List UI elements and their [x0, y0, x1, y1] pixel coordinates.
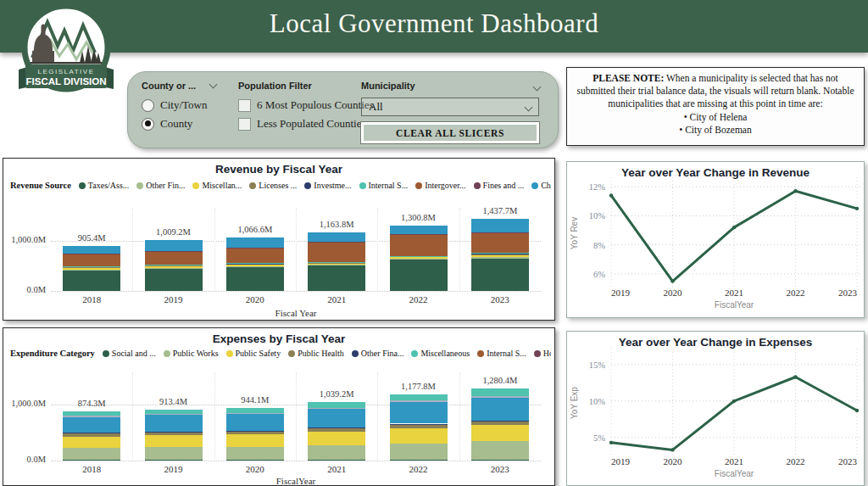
bar-segment[interactable]: [145, 460, 203, 461]
bar-segment[interactable]: [63, 270, 120, 291]
bar-segment[interactable]: [471, 232, 529, 253]
radio-icon[interactable]: [142, 118, 154, 131]
bar-segment[interactable]: [471, 460, 529, 461]
bar-segment[interactable]: [390, 394, 448, 400]
bar-segment[interactable]: [226, 447, 284, 460]
chevron-down-icon[interactable]: [533, 83, 542, 92]
bar-segment[interactable]: [308, 265, 365, 291]
bar-segment[interactable]: [390, 256, 448, 257]
bar-segment[interactable]: [145, 415, 203, 431]
checkbox-icon[interactable]: [238, 99, 251, 112]
bar-segment[interactable]: [63, 267, 120, 269]
bar-segment[interactable]: [226, 460, 284, 461]
bar-segment[interactable]: [145, 410, 203, 414]
county-or-slicer-header[interactable]: County or ...: [142, 81, 216, 91]
bar-segment[interactable]: [471, 421, 529, 422]
bar-segment[interactable]: [471, 254, 529, 257]
clear-all-slicers-button[interactable]: CLEAR ALL SLICERS: [361, 122, 539, 143]
bar-segment[interactable]: [308, 409, 365, 427]
bar-segment[interactable]: [226, 408, 284, 413]
bar-segment[interactable]: [145, 414, 203, 415]
radio-city-town[interactable]: City/Town: [142, 98, 207, 112]
bar-segment[interactable]: [308, 428, 365, 432]
bar-segment[interactable]: [145, 268, 203, 291]
bar-segment[interactable]: [145, 432, 203, 433]
data-point[interactable]: [732, 399, 736, 403]
bar-segment[interactable]: [63, 411, 120, 416]
bar-segment[interactable]: [308, 460, 365, 461]
chevron-down-icon[interactable]: [209, 81, 218, 89]
bar-segment[interactable]: [390, 259, 448, 260]
bar-segment[interactable]: [63, 246, 120, 254]
bar-segment[interactable]: [390, 444, 448, 460]
bar-segment[interactable]: [308, 262, 365, 263]
population-filter-header[interactable]: Population Filter: [238, 81, 312, 91]
bar-segment[interactable]: [226, 264, 284, 265]
bar-segment[interactable]: [145, 265, 203, 265]
bar-segment[interactable]: [145, 240, 203, 250]
bar-segment[interactable]: [471, 425, 529, 441]
data-point[interactable]: [855, 409, 859, 412]
bar-segment[interactable]: [226, 434, 284, 447]
bar-segment[interactable]: [226, 265, 284, 266]
bar-segment[interactable]: [226, 237, 284, 248]
bar-segment[interactable]: [226, 431, 284, 434]
bar-segment[interactable]: [390, 428, 448, 444]
bar-segment[interactable]: [471, 441, 529, 460]
bar-segment[interactable]: [390, 424, 448, 425]
radio-county[interactable]: County: [142, 117, 192, 131]
data-point[interactable]: [609, 193, 613, 197]
bar-segment[interactable]: [63, 266, 120, 267]
municipality-dropdown[interactable]: All: [361, 98, 539, 116]
bar-segment[interactable]: [471, 421, 529, 425]
bar-segment[interactable]: [471, 259, 529, 291]
bar-segment[interactable]: [63, 437, 120, 449]
bar-segment[interactable]: [390, 235, 448, 256]
bar-segment[interactable]: [390, 260, 448, 291]
bar-segment[interactable]: [145, 268, 203, 269]
bar-segment[interactable]: [226, 266, 284, 291]
data-point[interactable]: [793, 375, 797, 378]
radio-icon[interactable]: [142, 99, 154, 112]
bar-segment[interactable]: [471, 396, 529, 398]
bar-segment[interactable]: [145, 266, 203, 268]
bar-segment[interactable]: [390, 402, 448, 423]
bar-segment[interactable]: [63, 460, 120, 461]
bar-segment[interactable]: [145, 251, 203, 265]
bar-segment[interactable]: [390, 400, 448, 402]
bar-segment[interactable]: [63, 254, 120, 267]
bar-segment[interactable]: [63, 417, 120, 433]
bar-segment[interactable]: [145, 447, 203, 460]
bar-segment[interactable]: [226, 249, 284, 264]
bar-segment[interactable]: [471, 219, 529, 232]
checkbox-less-populated[interactable]: Less Populated Counties: [238, 117, 366, 131]
bar-segment[interactable]: [226, 414, 284, 431]
bar-segment[interactable]: [63, 448, 120, 460]
checkbox-icon[interactable]: [238, 118, 251, 131]
bar-segment[interactable]: [308, 263, 365, 265]
data-point[interactable]: [732, 226, 736, 229]
bar-segment[interactable]: [390, 424, 448, 427]
bar-segment[interactable]: [145, 432, 203, 435]
bar-segment[interactable]: [308, 432, 365, 445]
bar-segment[interactable]: [471, 257, 529, 259]
bar-segment[interactable]: [471, 398, 529, 421]
bar-segment[interactable]: [308, 402, 365, 407]
checkbox-most-populous[interactable]: 6 Most Populous Counties: [238, 98, 374, 112]
bar-segment[interactable]: [308, 408, 365, 410]
bar-segment[interactable]: [308, 243, 365, 262]
bar-segment[interactable]: [308, 427, 365, 428]
bar-segment[interactable]: [145, 435, 203, 447]
bar-segment[interactable]: [63, 416, 120, 416]
bar-segment[interactable]: [390, 257, 448, 260]
data-point[interactable]: [609, 441, 613, 444]
bar-segment[interactable]: [471, 253, 529, 254]
data-point[interactable]: [670, 448, 674, 451]
bar-segment[interactable]: [390, 226, 448, 234]
bar-segment[interactable]: [63, 433, 120, 433]
data-point[interactable]: [855, 207, 859, 210]
data-point[interactable]: [670, 279, 674, 282]
bar-segment[interactable]: [226, 413, 284, 414]
bar-segment[interactable]: [471, 388, 529, 395]
bar-segment[interactable]: [308, 445, 365, 460]
